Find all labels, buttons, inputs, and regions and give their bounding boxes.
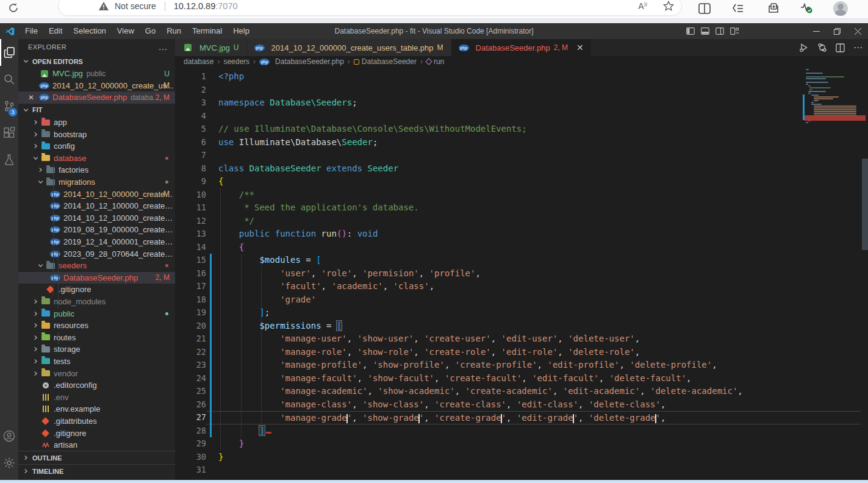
- code-text[interactable]: {: [206, 241, 868, 254]
- breadcrumb-run[interactable]: run: [426, 57, 444, 66]
- tree-item-migrations[interactable]: migrations: [18, 176, 175, 188]
- tree-item-routes[interactable]: routes: [18, 331, 175, 343]
- code-text[interactable]: 'manage-class', 'show-class', 'create-cl…: [206, 398, 868, 412]
- tree-item-2019-12-14-000001-create-person-[interactable]: php2019_12_14_000001_create_person...: [18, 236, 175, 248]
- code-line[interactable]: 24 'manage-facult', 'show-facult', 'crea…: [175, 372, 868, 385]
- tree-item--env-example[interactable]: .env.example: [18, 403, 175, 415]
- code-text[interactable]: 'manage-user', 'show-user', 'create-user…: [206, 332, 868, 346]
- breadcrumb-seeders[interactable]: seeders: [223, 57, 249, 66]
- code-text[interactable]: $modules = [: [206, 254, 868, 267]
- breadcrumb-databaseseeder.php[interactable]: phpDatabaseSeeder.php: [259, 57, 344, 66]
- tree-item-2023-09-28-070644-create-permis-[interactable]: php2023_09_28_070644_create_permis...: [18, 248, 175, 260]
- code-line[interactable]: 17 'facult', 'academic', 'class',: [175, 280, 868, 293]
- code-line[interactable]: 20 $permissions = [: [175, 320, 868, 333]
- code-text[interactable]: class DatabaseSeeder extends Seeder: [206, 162, 868, 176]
- code-text[interactable]: 'manage-academic', 'show-academic', 'cre…: [206, 385, 868, 398]
- code-text[interactable]: 'facult', 'academic', 'class',: [206, 280, 868, 293]
- menu-edit[interactable]: Edit: [43, 23, 68, 39]
- code-line[interactable]: 1<?php: [175, 70, 868, 84]
- code-text[interactable]: */: [206, 215, 868, 228]
- code-text[interactable]: 'manage-facult', 'show-facult', 'create-…: [206, 372, 868, 385]
- address-bar[interactable]: Not secure 10.12.0.89:7070 A)): [58, 0, 682, 16]
- code-text[interactable]: [206, 84, 868, 97]
- tree-item-app[interactable]: app: [18, 116, 175, 129]
- close-tab-icon[interactable]: ✕: [576, 43, 584, 52]
- extensions-icon[interactable]: [0, 120, 18, 146]
- tree-item-databaseseeder-php[interactable]: phpDatabaseSeeder.php2, M: [18, 272, 175, 284]
- testing-icon[interactable]: [0, 146, 18, 173]
- collections-icon[interactable]: [731, 1, 745, 16]
- code-line[interactable]: 27 'manage-grade', 'show-grade', 'create…: [175, 411, 868, 424]
- tree-item--gitattributes[interactable]: .gitattributes: [18, 415, 175, 428]
- code-text[interactable]: use Illuminate\Database\Seeder;: [206, 136, 868, 149]
- code-text[interactable]: }: [206, 437, 868, 451]
- code-line[interactable]: 12 */: [175, 215, 868, 228]
- tree-item-factories[interactable]: factories: [18, 164, 175, 176]
- tree-item-2014-10-12-100000-create-passw-[interactable]: php2014_10_12_100000_create_passw...: [18, 200, 175, 212]
- tree-item-config[interactable]: config: [18, 140, 175, 152]
- url-text[interactable]: 10.12.0.89:7070: [174, 1, 238, 11]
- tree-item--gitignore[interactable]: .gitignore: [18, 427, 175, 439]
- code-text[interactable]: $permissions = [: [206, 320, 868, 333]
- minimize-button[interactable]: [806, 23, 827, 39]
- code-text[interactable]: }: [206, 451, 868, 464]
- menu-help[interactable]: Help: [228, 23, 255, 39]
- settings-gear-icon[interactable]: [0, 449, 18, 476]
- tree-item-node-modules[interactable]: node_modules: [18, 296, 175, 308]
- code-line[interactable]: 23 'manage-profile', 'show-profile', 'cr…: [175, 359, 868, 372]
- code-text[interactable]: * Seed the application's database.: [206, 201, 868, 215]
- code-line[interactable]: 5// use Illuminate\Database\Console\Seed…: [175, 123, 868, 136]
- tree-item-public[interactable]: public: [18, 307, 175, 320]
- code-line[interactable]: 3namespace Database\Seeders;: [175, 96, 868, 110]
- code-text[interactable]: // use Illuminate\Database\Console\Seeds…: [206, 123, 868, 136]
- code-editor[interactable]: 1<?php23namespace Database\Seeders;45// …: [175, 67, 868, 480]
- close-editor-icon[interactable]: ✕: [28, 93, 34, 102]
- split-screen-icon[interactable]: [697, 1, 712, 16]
- security-label[interactable]: Not secure: [115, 1, 156, 11]
- code-text[interactable]: [206, 149, 868, 162]
- profile-avatar[interactable]: [833, 1, 848, 16]
- tree-item-2014-10-12-100000-create-passw-[interactable]: php2014_10_12_100000_create_passw...: [18, 212, 175, 224]
- tree-item--env[interactable]: .env: [18, 391, 175, 403]
- code-line[interactable]: 9{: [175, 175, 868, 188]
- code-line[interactable]: 4: [175, 110, 868, 123]
- code-text[interactable]: [206, 463, 868, 477]
- tab-databaseseeder-php[interactable]: phpDatabaseSeeder.php2, M✕: [451, 39, 592, 56]
- code-line[interactable]: 15 $modules = [: [175, 254, 868, 267]
- tree-item-storage[interactable]: storage: [18, 343, 175, 356]
- code-line[interactable]: 13 public function run(): void: [175, 227, 868, 241]
- code-text[interactable]: 'user', 'role', 'permision', 'profile',: [206, 267, 868, 281]
- open-editor-item[interactable]: MVC.jpgpublicU: [18, 68, 175, 80]
- toggle-sidebar-icon[interactable]: [686, 27, 695, 35]
- close-window-button[interactable]: [847, 23, 868, 39]
- search-icon[interactable]: [0, 66, 18, 93]
- tab-2014-10-12-000000-create-users-table-php[interactable]: php2014_10_12_000000_create_users_table.…: [247, 39, 451, 56]
- tree-item-artisan[interactable]: artisan: [18, 439, 175, 451]
- editor-scrollbar[interactable]: [862, 159, 868, 250]
- outline-header[interactable]: OUTLINE: [18, 451, 175, 464]
- read-aloud-icon[interactable]: A)): [638, 1, 647, 11]
- code-line[interactable]: 14 {: [175, 241, 868, 254]
- code-text[interactable]: {: [206, 175, 868, 188]
- explorer-icon[interactable]: [0, 39, 18, 66]
- code-line[interactable]: 6use Illuminate\Database\Seeder;: [175, 136, 868, 149]
- code-line[interactable]: 26 'manage-class', 'show-class', 'create…: [175, 398, 868, 412]
- tree-item--editorconfig[interactable]: .editorconfig: [18, 379, 175, 392]
- code-text[interactable]: /**: [206, 188, 868, 202]
- timeline-header[interactable]: TIMELINE: [18, 464, 175, 478]
- code-line[interactable]: 30}: [175, 451, 868, 464]
- code-text[interactable]: <?php: [206, 70, 868, 84]
- more-actions-icon[interactable]: ⋯: [853, 42, 863, 53]
- code-text[interactable]: 'grade': [206, 293, 868, 307]
- browser-essentials-icon[interactable]: [799, 1, 814, 16]
- code-line[interactable]: 8class DatabaseSeeder extends Seeder: [175, 162, 868, 176]
- open-changes-icon[interactable]: [817, 43, 827, 52]
- minimap[interactable]: [806, 69, 859, 126]
- tree-item--gitignore[interactable]: .gitignore: [18, 284, 175, 296]
- run-file-icon[interactable]: [799, 43, 809, 52]
- menu-go[interactable]: Go: [140, 23, 161, 39]
- restore-button[interactable]: [827, 23, 847, 39]
- code-text[interactable]: 'manage-profile', 'show-profile', 'creat…: [206, 359, 868, 372]
- code-line[interactable]: 21 'manage-user', 'show-user', 'create-u…: [175, 332, 868, 346]
- code-line[interactable]: 16 'user', 'role', 'permision', 'profile…: [175, 267, 868, 281]
